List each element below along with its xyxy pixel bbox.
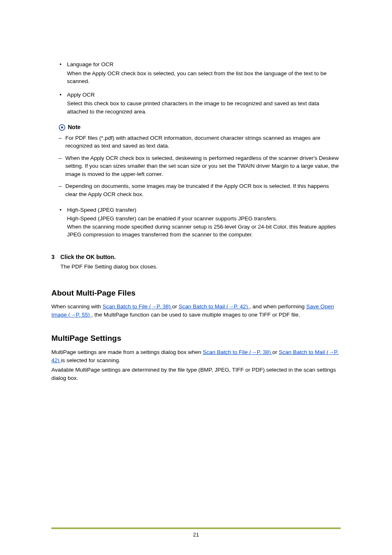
page-number: 21 <box>0 532 392 538</box>
bullet-dot-icon <box>59 91 67 120</box>
step-desc: The PDF File Setting dialog box closes. <box>60 263 341 271</box>
bullet-desc: Select this check box to cause printed c… <box>67 99 341 116</box>
bullet-high-speed: High-Speed (JPEG transfer) High-Speed (J… <box>59 206 341 243</box>
dash-icon <box>59 154 65 178</box>
link-scan-batch-to-file[interactable]: Scan Batch to File (→P. 38) <box>103 303 172 310</box>
text-fragment: , and when performing <box>249 303 306 310</box>
link-scan-batch-to-file-2[interactable]: Scan Batch to File (→P. 38) <box>203 349 272 355</box>
bullet-language-ocr: Language for OCR When the Apply OCR chec… <box>59 60 341 90</box>
page: Language for OCR When the Apply OCR chec… <box>0 0 392 555</box>
settings-paragraph-2: Available MultiPage settings are determi… <box>51 366 341 382</box>
settings-paragraph-1: MultiPage settings are made from a setti… <box>51 348 341 364</box>
note-text: For PDF files (*.pdf) with attached OCR … <box>65 134 341 150</box>
heading-multipage-settings: MultiPage Settings <box>51 333 341 344</box>
heading-about-multipage: About Multi-Page Files <box>51 287 341 299</box>
bullet-desc-line: When the scanning mode specified during … <box>67 223 341 239</box>
link-scan-batch-to-mail[interactable]: Scan Batch to Mail (→P. 42) <box>179 303 249 310</box>
bullet-label: Apply OCR <box>67 91 341 99</box>
step-title: Click the OK button. <box>60 253 341 261</box>
note-text: Depending on documents, some images may … <box>65 182 341 198</box>
note-header: Note <box>59 123 341 131</box>
text-fragment: When scanning with <box>51 303 103 310</box>
text-fragment: is selected for scanning. <box>61 357 120 363</box>
text-fragment: , the MultiPage function can be used to … <box>91 312 300 318</box>
bullet-label: High-Speed (JPEG transfer) <box>67 206 341 214</box>
step-number: 3 <box>51 253 60 273</box>
note-item-3: Depending on documents, some images may … <box>59 182 341 198</box>
dash-icon <box>59 134 65 150</box>
bullet-apply-ocr: Apply OCR Select this check box to cause… <box>59 91 341 120</box>
bullet-dot-icon <box>59 60 67 90</box>
note-label: Note <box>68 123 81 131</box>
bullet-desc: When the Apply OCR check box is selected… <box>67 69 341 86</box>
note-item-2: When the Apply OCR check box is selected… <box>59 154 341 178</box>
text-fragment: or <box>172 303 179 310</box>
page-footer: 21 <box>0 527 392 538</box>
dash-icon <box>59 182 65 198</box>
bullet-dot-icon <box>59 206 67 243</box>
note-icon <box>59 124 65 131</box>
footer-rule <box>51 527 341 529</box>
svg-marker-1 <box>61 126 64 128</box>
text-fragment: or <box>272 349 279 355</box>
about-paragraph: When scanning with Scan Batch to File (→… <box>51 303 341 319</box>
note-item-1: For PDF files (*.pdf) with attached OCR … <box>59 134 341 150</box>
text-fragment: MultiPage settings are made from a setti… <box>51 349 203 355</box>
bullet-label: Language for OCR <box>67 60 341 69</box>
step-3: 3 Click the OK button. The PDF File Sett… <box>60 253 341 273</box>
bullet-desc-line: High-Speed (JPEG transfer) can be enable… <box>67 215 341 223</box>
content-area: Language for OCR When the Apply OCR chec… <box>51 60 341 382</box>
note-text: When the Apply OCR check box is selected… <box>65 154 341 178</box>
